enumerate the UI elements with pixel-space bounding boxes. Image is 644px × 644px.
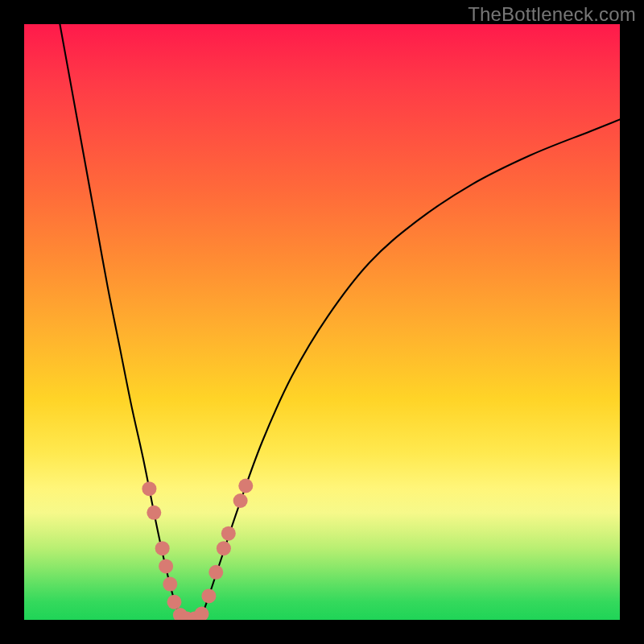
data-marker — [147, 506, 161, 520]
chart-svg — [24, 24, 620, 620]
data-marker — [142, 481, 156, 496]
data-marker — [155, 541, 170, 555]
watermark-text: TheBottleneck.com — [468, 3, 636, 26]
data-marker — [221, 526, 236, 541]
marker-layer — [142, 479, 253, 621]
data-marker — [238, 479, 253, 493]
curve-layer — [60, 24, 620, 620]
data-marker — [195, 607, 209, 620]
data-marker — [208, 565, 223, 580]
data-marker — [201, 588, 216, 603]
bottleneck-curve — [60, 24, 620, 620]
data-marker — [217, 541, 231, 555]
outer-frame: TheBottleneck.com — [0, 0, 644, 644]
data-marker — [159, 559, 173, 573]
data-marker — [167, 595, 181, 609]
plot-area — [24, 24, 620, 620]
data-marker — [233, 493, 248, 508]
data-marker — [163, 577, 177, 592]
